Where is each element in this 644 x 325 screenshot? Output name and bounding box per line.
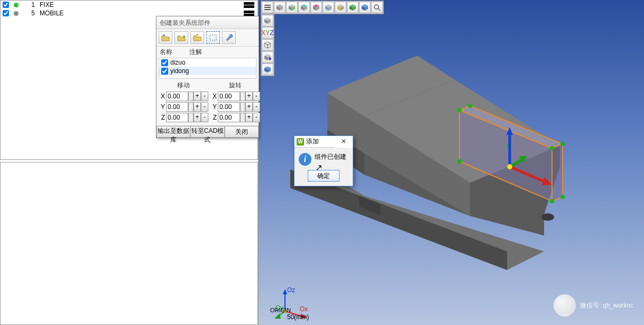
col-name: 名称 (160, 48, 189, 57)
minus-button[interactable]: - (201, 113, 208, 122)
item-label: dizuo (170, 59, 186, 66)
create-clamp-dialog[interactable]: 创建装夹系统部件 名称 注解 dizuo yidong 移动 X+- Y+- Z… (156, 16, 259, 138)
rotate-z-input[interactable] (218, 113, 240, 122)
axis-y-label: Y (159, 103, 165, 111)
svg-point-61 (457, 108, 462, 112)
color-swatch-icon[interactable] (244, 11, 254, 16)
list-item[interactable]: dizuo (159, 58, 256, 67)
messagebox-text: 组件已创建 (315, 153, 346, 160)
axis-z-label: Z (159, 114, 165, 121)
svg-point-54 (541, 213, 554, 221)
plus-button[interactable]: + (245, 92, 253, 101)
move-z-input[interactable] (166, 113, 188, 122)
close-icon[interactable]: ✕ (335, 136, 353, 148)
move-x-input[interactable] (166, 92, 188, 101)
svg-marker-74 (283, 289, 287, 294)
spinner-icon[interactable] (240, 102, 245, 112)
close-button[interactable]: 关闭 (225, 126, 259, 138)
plus-button[interactable]: + (194, 113, 201, 122)
svg-point-62 (550, 146, 554, 150)
spinner-icon[interactable] (188, 102, 194, 112)
axis-ox-label: Ox (300, 305, 308, 313)
bottom-panel (0, 162, 258, 325)
minus-button[interactable]: - (253, 102, 260, 112)
origin-label: ORIGIN (270, 307, 291, 313)
wechat-icon (554, 294, 576, 317)
plus-button[interactable]: + (194, 92, 201, 101)
tool-select-icon[interactable] (206, 31, 220, 44)
tool-wrench-icon[interactable] (222, 31, 236, 44)
list-item[interactable]: yidong (159, 67, 256, 75)
color-swatch-icon[interactable] (244, 2, 254, 8)
transform-section: 移动 X+- Y+- Z+- 旋转 X+- Y+- Z+- (157, 79, 259, 125)
rotate-header: 旋转 (210, 81, 260, 92)
axis-oz-label: Oz (287, 286, 295, 294)
messagebox-title: 添加 (306, 137, 319, 146)
tree-checkbox[interactable] (3, 2, 9, 8)
axis-x-label: X (159, 93, 165, 100)
item-checkbox[interactable] (161, 59, 168, 66)
plus-button[interactable]: + (194, 102, 201, 112)
svg-marker-78 (274, 313, 281, 319)
svg-point-72 (507, 164, 512, 169)
spinner-icon[interactable] (240, 113, 245, 122)
axis-x-label: X (210, 93, 217, 100)
scale-label: 50(mm) (287, 313, 309, 321)
item-label: yidong (170, 67, 189, 75)
svg-marker-57 (552, 144, 563, 201)
watermark: 微信号: qh_worknc (554, 294, 633, 317)
svg-rect-80 (163, 34, 165, 36)
minus-button[interactable]: - (201, 92, 208, 101)
svg-point-58 (457, 159, 462, 164)
axis-y-label: Y (210, 103, 217, 111)
tree-num: 1 (24, 1, 35, 8)
messagebox[interactable]: W 添加 ✕ i 组件已创建 确定 (294, 136, 353, 186)
watermark-text: 微信号: qh_worknc (580, 301, 633, 310)
move-y-input[interactable] (166, 102, 188, 112)
plus-button[interactable]: + (245, 113, 253, 122)
tree-label: MOBILE (40, 10, 63, 17)
ok-button[interactable]: 确定 (308, 170, 339, 182)
rotate-y-input[interactable] (218, 102, 240, 112)
svg-point-64 (468, 104, 472, 108)
component-list[interactable]: dizuo yidong (159, 58, 256, 79)
messagebox-body: i 组件已创建 (295, 148, 353, 168)
move-group: 移动 X+- Y+- Z+- (159, 81, 208, 123)
tree-row[interactable]: 1 FIXE (1, 1, 257, 9)
tool-export-icon[interactable] (190, 31, 204, 44)
rotate-group: 旋转 X+- Y+- Z+- (210, 81, 260, 123)
spinner-icon[interactable] (188, 113, 194, 122)
col-note: 注解 (189, 48, 202, 57)
app-logo-icon: W (297, 138, 304, 146)
svg-point-63 (560, 142, 565, 146)
item-checkbox[interactable] (161, 68, 168, 75)
list-header: 名称 注解 (157, 47, 259, 58)
export-db-button[interactable]: 输出至数据库 (157, 126, 190, 138)
messagebox-title-bar[interactable]: W 添加 ✕ (295, 136, 353, 148)
minus-button[interactable]: - (253, 92, 260, 101)
tool-open-icon[interactable] (159, 31, 172, 44)
axis-z-label: Z (210, 114, 217, 121)
info-icon: i (299, 153, 311, 166)
tool-import-icon[interactable] (174, 31, 188, 44)
minus-button[interactable]: - (201, 102, 208, 112)
to-cad-button[interactable]: 转至CAD模式 (190, 126, 224, 138)
tree-checkbox[interactable] (3, 10, 9, 16)
dialog-toolbar (157, 29, 259, 47)
minus-button[interactable]: - (253, 113, 260, 122)
spinner-icon[interactable] (188, 92, 194, 101)
dialog-title[interactable]: 创建装夹系统部件 (157, 16, 259, 29)
plus-button[interactable]: + (245, 102, 253, 112)
spinner-icon[interactable] (240, 92, 245, 101)
status-dot-icon (14, 11, 19, 16)
dialog-actions: 输出至数据库 转至CAD模式 关闭 (157, 125, 259, 138)
svg-point-59 (550, 199, 554, 203)
move-header: 移动 (159, 81, 208, 92)
rotate-x-input[interactable] (218, 92, 240, 101)
tree-num: 5 (24, 10, 35, 17)
svg-rect-83 (210, 35, 216, 40)
svg-point-60 (560, 195, 565, 199)
svg-marker-82 (196, 34, 199, 35)
tree-label: FIXE (40, 1, 54, 8)
status-dot-icon (14, 3, 19, 7)
